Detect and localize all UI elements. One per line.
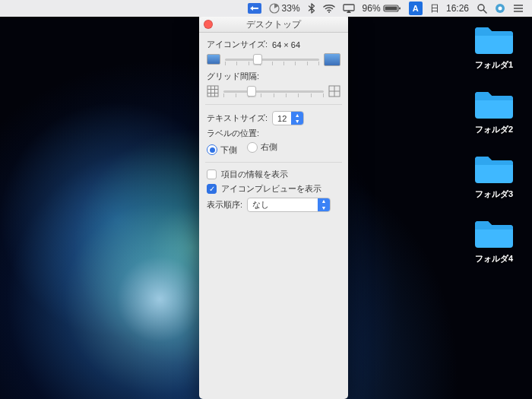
desktop-folder[interactable]: フォルダ2 [467,87,521,135]
radio-dot-icon [247,142,258,153]
icon-size-slider[interactable] [207,52,340,66]
clock[interactable]: 日 16:26 [426,0,473,17]
radio-dot-icon [207,144,217,155]
sort-by-select[interactable]: なし ▲▼ [247,198,331,212]
sort-by-value: なし [248,199,318,211]
label-position-right-radio[interactable]: 右側 [247,141,277,153]
svg-rect-14 [207,86,218,97]
desktop-folder[interactable]: フォルダ4 [467,217,521,264]
svg-point-10 [499,7,502,11]
show-icon-preview-checkbox[interactable]: アイコンプレビューを表示 [207,183,340,195]
chevron-down-icon[interactable]: ▼ [318,204,330,211]
svg-point-2 [328,11,330,13]
radio-right-label: 右側 [261,141,277,153]
text-size-label: テキストサイズ: [207,112,268,124]
label-position-label: ラベルの位置: [207,128,259,139]
ime-badge: A [409,2,423,15]
small-preview-icon [207,54,220,65]
svg-rect-6 [399,8,401,10]
chevron-down-icon[interactable]: ▼ [291,119,303,125]
checkbox-icon [207,184,217,194]
slider-thumb[interactable] [253,54,262,65]
disk-usage-indicator[interactable]: 33% [265,0,304,17]
notification-center-icon[interactable] [509,0,527,17]
folder-icon [473,217,515,250]
folder-label: フォルダ4 [475,253,513,264]
checkbox-icon [207,169,217,179]
battery-text: 96% [363,3,381,14]
chevron-up-icon[interactable]: ▲ [318,198,330,205]
large-preview-icon [324,53,340,66]
clock-time: 16:26 [446,3,469,14]
menu-bar: 33% 96% A 日 16:26 [0,0,532,17]
menu-extra-app-icon[interactable] [244,0,265,17]
spotlight-icon[interactable] [473,0,491,17]
desktop-folder[interactable]: フォルダ3 [467,152,521,200]
grid-small-icon [207,85,219,97]
grid-spacing-slider[interactable] [207,84,340,98]
bluetooth-icon[interactable] [304,0,319,17]
grid-large-icon [328,85,340,97]
folder-label: フォルダ3 [475,188,513,200]
slider-thumb[interactable] [247,86,256,97]
radio-bottom-label: 下側 [220,144,237,156]
view-options-window: デスクトップ アイコンサイズ: 64 × 64 グリッド間隔: [199,17,348,399]
chevron-up-icon[interactable]: ▲ [291,112,303,119]
airplay-icon[interactable] [339,0,359,17]
sort-by-label: 表示順序: [207,199,242,211]
menu-extra-generic-icon[interactable] [491,0,509,17]
folder-icon [473,87,515,121]
folder-label: フォルダ2 [475,124,513,135]
text-size-value: 12 [273,114,291,123]
folder-icon [473,152,515,185]
disk-usage-text: 33% [282,3,300,14]
svg-line-8 [483,10,486,13]
window-titlebar[interactable]: デスクトップ [199,17,348,33]
show-item-info-label: 項目の情報を表示 [221,169,288,180]
text-size-stepper[interactable]: 12 ▲▼ [272,111,304,125]
show-item-info-checkbox[interactable]: 項目の情報を表示 [207,169,340,180]
icon-size-value: 64 × 64 [272,40,300,49]
desktop-folder[interactable]: フォルダ1 [467,23,521,71]
input-source-indicator[interactable]: A [405,0,426,17]
desktop-icons-area: フォルダ1 フォルダ2 フォルダ3 フォルダ4 [467,23,521,264]
label-position-bottom-radio[interactable]: 下側 [207,144,237,156]
show-icon-preview-label: アイコンプレビューを表示 [221,183,321,195]
clock-day: 日 [430,2,439,15]
svg-rect-3 [344,5,354,11]
folder-label: フォルダ1 [475,59,513,71]
window-title: デスクトップ [204,18,344,31]
wifi-icon[interactable] [319,0,339,17]
grid-spacing-label: グリッド間隔: [207,71,259,82]
battery-indicator[interactable]: 96% [359,0,405,17]
icon-size-label: アイコンサイズ: [207,39,268,50]
folder-icon [473,23,515,56]
svg-rect-5 [385,7,397,11]
